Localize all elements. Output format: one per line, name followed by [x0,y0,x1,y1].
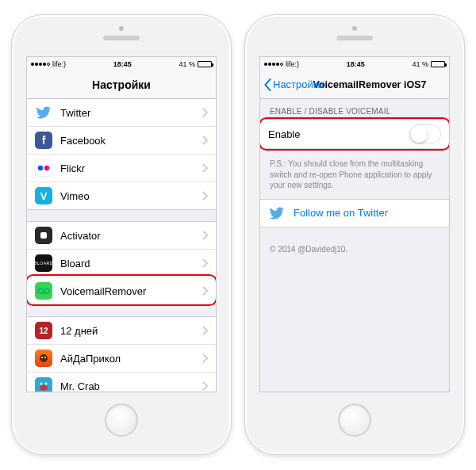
row-label: Flickr [60,162,194,174]
svg-point-4 [44,288,49,293]
activator-icon [35,227,52,244]
note-text: P.S.: You should close from the multitas… [260,154,449,199]
twitter-link-label: Follow me on Twitter [294,207,441,219]
home-button[interactable] [105,403,138,437]
chevron-right-icon [202,381,208,391]
row-12days[interactable]: 12 12 дней [27,317,216,344]
svg-point-10 [40,383,43,385]
crab-icon [35,377,52,392]
aida-icon [35,350,52,367]
row-label: Mr. Crab [60,380,194,392]
row-label: Vimeo [60,190,194,202]
tweak-content[interactable]: ENABLE / DISABLE VOICEMAIL Enable P.S.: … [260,99,449,392]
chevron-right-icon [202,258,208,268]
svg-rect-2 [40,232,47,239]
front-camera [352,26,357,31]
row-mrcrab[interactable]: Mr. Crab [27,372,216,392]
svg-point-8 [44,357,46,358]
chevron-right-icon [202,326,208,335]
vimeo-icon: V [35,187,52,204]
nav-bar: Настройки VoicemailRemover iOS7 [260,71,449,99]
chevron-right-icon [202,191,208,201]
section-header: ENABLE / DISABLE VOICEMAIL [260,99,449,119]
twitter-icon [35,104,52,121]
row-label: VoicemailRemover [60,285,194,297]
row-flickr[interactable]: Flickr [27,154,216,182]
iphone-right: life:) 18:45 41 % Настройки VoicemailRem… [244,14,465,455]
facebook-icon: f [35,132,52,149]
row-label: 12 дней [60,325,194,337]
svg-point-9 [40,385,48,391]
twitter-group: Follow me on Twitter [260,199,449,227]
status-bar: life:) 18:45 41 % [260,57,449,71]
carrier-label: life:) [52,60,66,68]
signal-dots [264,63,283,66]
svg-point-6 [40,354,48,362]
svg-point-3 [38,288,43,293]
row-label: Activator [60,230,194,242]
enable-toggle[interactable] [409,124,441,143]
twitter-icon [268,204,286,222]
svg-point-7 [41,357,43,358]
row-bloard[interactable]: BLOARD Bloard [27,249,216,277]
row-vimeo[interactable]: V Vimeo [27,182,216,209]
row-facebook[interactable]: f Facebook [27,126,216,154]
row-enable[interactable]: Enable [260,120,449,148]
row-label: АйДаПрикол [60,353,194,365]
clock: 18:45 [347,60,365,68]
chevron-right-icon [202,136,208,145]
enable-label: Enable [268,128,401,140]
earpiece [103,36,140,40]
iphone-left: life:) 18:45 41 % Настройки [11,14,232,455]
chevron-right-icon [202,231,208,240]
chevron-right-icon [202,286,208,296]
copyright: © 2014 @Davidedj10. [260,239,449,260]
svg-point-1 [44,166,49,170]
row-voicemailremover[interactable]: VoicemailRemover [27,277,216,304]
settings-list[interactable]: Twitter f Facebook Flickr [27,99,216,392]
earpiece [336,36,373,40]
settings-group-social: Twitter f Facebook Flickr [27,99,216,210]
front-camera [119,26,124,31]
chevron-right-icon [202,108,208,117]
svg-point-11 [45,383,48,385]
chevron-right-icon [202,353,208,363]
svg-point-0 [38,166,43,170]
carrier-label: life:) [286,60,299,68]
back-label: Настройки [273,78,324,90]
twelve-icon: 12 [35,322,52,339]
enable-group: Enable [260,119,449,149]
signal-dots [31,63,50,66]
clock: 18:45 [113,60,132,68]
row-aidaprikol[interactable]: АйДаПрикол [27,344,216,372]
bloard-icon: BLOARD [35,254,52,272]
flickr-icon [35,159,52,177]
battery-percent: 41 % [178,60,195,68]
settings-group-tweaks: Activator BLOARD Bloard VoicemailRemover [27,221,216,305]
battery-icon [431,61,445,67]
screen-tweak: life:) 18:45 41 % Настройки VoicemailRem… [259,56,450,392]
row-label: Twitter [60,107,194,119]
row-twitter[interactable]: Twitter [27,99,216,126]
voicemail-icon [35,282,52,300]
page-title: Настройки [92,78,151,91]
row-activator[interactable]: Activator [27,222,216,249]
chevron-right-icon [202,163,208,173]
home-button[interactable] [338,403,371,437]
nav-bar: Настройки [27,71,216,99]
battery-icon [198,61,212,67]
status-bar: life:) 18:45 41 % [27,57,216,71]
back-button[interactable]: Настройки [263,78,324,91]
row-label: Bloard [60,258,194,269]
settings-group-apps: 12 12 дней АйДаПрикол [27,316,216,392]
battery-percent: 41 % [412,60,428,68]
row-label: Facebook [60,135,194,147]
screen-settings: life:) 18:45 41 % Настройки [26,56,217,392]
row-follow-twitter[interactable]: Follow me on Twitter [260,200,449,227]
